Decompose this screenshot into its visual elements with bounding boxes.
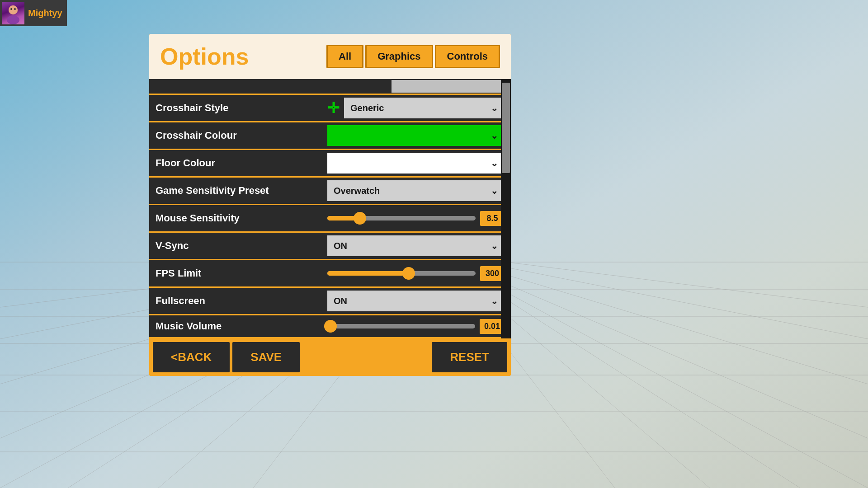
tab-all[interactable]: All: [326, 45, 363, 68]
crosshair-colour-label: Crosshair Colour: [156, 130, 327, 141]
settings-scroll-area: Crosshair Style ✛ Generic ⌄ Crosshair Co…: [149, 79, 511, 338]
game-sensitivity-preset-value: Overwatch: [334, 186, 380, 196]
fps-limit-slider-container: 300: [327, 266, 505, 281]
vsync-arrow: ⌄: [491, 240, 498, 251]
music-volume-track[interactable]: [327, 324, 475, 328]
mouse-sensitivity-thumb[interactable]: [354, 212, 366, 225]
scrollbar[interactable]: [501, 79, 511, 338]
panel-footer: <BACK SAVE RESET: [149, 338, 511, 376]
crosshair-style-value: Generic: [350, 103, 384, 113]
fullscreen-row: Fullscreen ON ⌄: [149, 288, 511, 314]
crosshair-plus-icon: ✛: [327, 99, 340, 117]
vsync-value: ON: [334, 241, 347, 251]
svg-point-28: [14, 8, 16, 10]
music-volume-control: 0.01: [327, 319, 505, 334]
settings-container: Crosshair Style ✛ Generic ⌄ Crosshair Co…: [149, 79, 511, 338]
user-bar: Mightyy: [0, 0, 67, 26]
tab-group: All Graphics Controls: [326, 45, 500, 68]
tab-graphics[interactable]: Graphics: [365, 45, 433, 68]
scrollbar-thumb[interactable]: [502, 83, 510, 173]
crosshair-style-row: Crosshair Style ✛ Generic ⌄: [149, 95, 511, 121]
crosshair-style-label: Crosshair Style: [156, 102, 327, 114]
game-sensitivity-preset-row: Game Sensitivity Preset Overwatch ⌄: [149, 178, 511, 204]
save-button[interactable]: SAVE: [232, 342, 300, 372]
fps-limit-track[interactable]: [327, 271, 476, 276]
mouse-sensitivity-row: Mouse Sensitivity 8.5: [149, 205, 511, 231]
mouse-sensitivity-control: 8.5: [327, 211, 505, 226]
back-button[interactable]: <BACK: [153, 342, 230, 372]
game-sensitivity-preset-dropdown[interactable]: Overwatch ⌄: [327, 180, 505, 201]
fullscreen-value: ON: [334, 296, 347, 306]
music-volume-thumb[interactable]: [324, 320, 337, 333]
panel-header: Options All Graphics Controls: [149, 34, 511, 79]
svg-point-27: [10, 8, 12, 10]
panel-title: Options: [160, 43, 249, 70]
floor-colour-arrow: ⌄: [491, 158, 498, 169]
music-volume-slider-container: 0.01: [327, 319, 505, 334]
crosshair-style-control: ✛ Generic ⌄: [327, 98, 505, 118]
game-sensitivity-preset-label: Game Sensitivity Preset: [156, 185, 327, 197]
fps-limit-thumb[interactable]: [402, 267, 415, 280]
floor-colour-row: Floor Colour ⌄: [149, 150, 511, 176]
crosshair-style-dropdown[interactable]: Generic ⌄: [344, 98, 505, 118]
svg-point-25: [7, 15, 19, 24]
floor-colour-label: Floor Colour: [156, 157, 327, 169]
partial-dropdown-bg: [392, 80, 505, 93]
vsync-row: V-Sync ON ⌄: [149, 233, 511, 259]
music-volume-label: Music Volume: [156, 320, 327, 332]
crosshair-colour-dropdown[interactable]: ⌄: [327, 125, 505, 146]
crosshair-colour-arrow: ⌄: [491, 130, 498, 141]
svg-point-26: [9, 5, 18, 14]
floor-colour-control: ⌄: [327, 153, 505, 174]
fps-limit-control: 300: [327, 266, 505, 281]
crosshair-colour-control: ⌄: [327, 125, 505, 146]
crosshair-style-arrow: ⌄: [491, 103, 498, 113]
mouse-sensitivity-slider-container: 8.5: [327, 211, 505, 226]
game-sensitivity-preset-arrow: ⌄: [491, 185, 498, 196]
fullscreen-label: Fullscreen: [156, 295, 327, 307]
fullscreen-arrow: ⌄: [491, 296, 498, 306]
options-panel: Options All Graphics Controls Crosshair …: [149, 34, 511, 376]
game-sensitivity-preset-control: Overwatch ⌄: [327, 180, 505, 201]
fullscreen-dropdown[interactable]: ON ⌄: [327, 291, 505, 311]
crosshair-colour-row: Crosshair Colour ⌄: [149, 122, 511, 149]
reset-button[interactable]: RESET: [432, 342, 507, 372]
username: Mightyy: [28, 8, 62, 19]
partial-row: [149, 79, 511, 94]
vsync-label: V-Sync: [156, 240, 327, 252]
music-volume-row: Music Volume 0.01: [149, 315, 511, 337]
fullscreen-control: ON ⌄: [327, 291, 505, 311]
avatar-image: [2, 2, 24, 24]
fps-limit-label: FPS Limit: [156, 267, 327, 279]
vsync-dropdown[interactable]: ON ⌄: [327, 235, 505, 256]
mouse-sensitivity-track[interactable]: [327, 216, 476, 221]
avatar: [2, 2, 24, 24]
tab-controls[interactable]: Controls: [435, 45, 500, 68]
floor-colour-dropdown[interactable]: ⌄: [327, 153, 505, 174]
vsync-control: ON ⌄: [327, 235, 505, 256]
mouse-sensitivity-label: Mouse Sensitivity: [156, 212, 327, 224]
fps-limit-fill: [327, 271, 409, 276]
fps-limit-row: FPS Limit 300: [149, 260, 511, 286]
